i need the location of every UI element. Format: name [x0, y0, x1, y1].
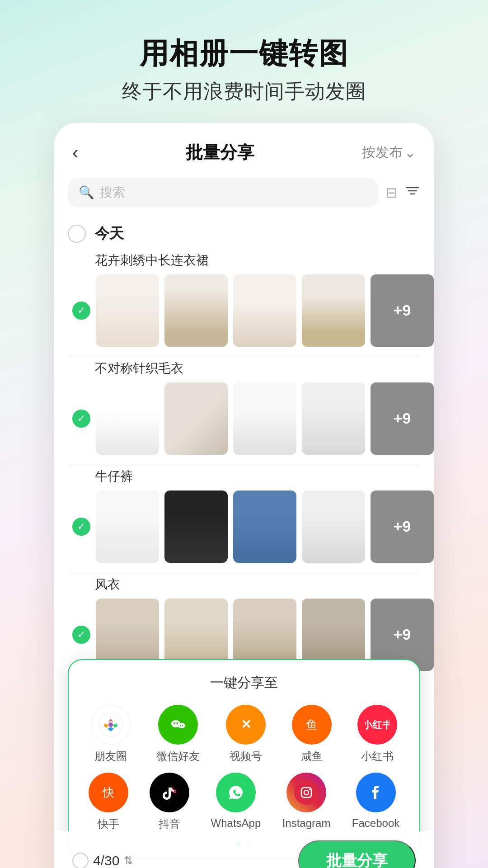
svg-point-8 — [174, 722, 175, 724]
topbar: ‹ 批量分享 按发布 ⌄ — [54, 123, 434, 173]
header-title-line1: 用相册一键转图 — [122, 36, 366, 71]
facebook-label: Facebook — [352, 817, 399, 830]
thumb — [96, 382, 159, 455]
thumb — [302, 382, 365, 455]
album-row-knit: 不对称针织毛衣 ✓ +9 — [54, 356, 434, 464]
douyin-label: 抖音 — [159, 817, 180, 831]
share-item-instagram[interactable]: Instagram — [282, 773, 331, 831]
album-row-dress: 花卉刺绣中长连衣裙 ✓ +9 — [54, 248, 434, 356]
header-title-line2: 终于不用浪费时间手动发圈 — [122, 78, 366, 105]
chevron-down-icon: ⌄ — [404, 145, 416, 160]
facebook-icon — [356, 773, 396, 812]
video-label: 视频号 — [230, 749, 262, 764]
search-row: 🔍 搜索 ⊟ — [54, 173, 434, 217]
pengyouquan-icon — [91, 705, 131, 745]
back-button[interactable]: ‹ — [72, 142, 78, 163]
svg-point-10 — [180, 725, 181, 726]
album-more-jeans[interactable]: +9 — [371, 491, 434, 563]
svg-text:快: 快 — [102, 786, 114, 799]
pengyouquan-label: 朋友圈 — [94, 749, 127, 764]
album-checkbox-dress[interactable]: ✓ — [72, 302, 90, 320]
chevron-up-down-icon: ⇅ — [124, 854, 133, 867]
today-radio[interactable] — [68, 225, 86, 243]
thumb — [233, 382, 296, 455]
instagram-icon — [286, 773, 326, 812]
svg-point-7 — [178, 723, 185, 728]
xianyu-icon: 鱼 — [292, 705, 332, 745]
thumb — [164, 491, 228, 563]
share-item-facebook[interactable]: Facebook — [352, 773, 399, 831]
page-header: 用相册一键转图 终于不用浪费时间手动发圈 — [95, 0, 393, 123]
album-more-dress[interactable]: +9 — [371, 274, 434, 347]
thumb — [233, 274, 296, 347]
filter-icon[interactable] — [405, 183, 420, 202]
share-item-whatsapp[interactable]: WhatsApp — [211, 773, 261, 831]
svg-point-25 — [309, 788, 310, 790]
xianyu-label: 咸鱼 — [301, 749, 323, 764]
wechat-label: 微信好友 — [156, 749, 200, 764]
album-more-knit[interactable]: +9 — [371, 382, 434, 455]
thumb — [302, 491, 365, 563]
svg-point-11 — [182, 725, 183, 726]
album-checkbox-coat[interactable]: ✓ — [72, 626, 90, 644]
share-popup: 一键分享至 朋友圈 — [68, 659, 420, 859]
share-icons-row-2: 快 快手 抖音 — [78, 773, 410, 831]
main-card: ‹ 批量分享 按发布 ⌄ 🔍 搜索 ⊟ 今天 花卉刺绣中长连衣裙 ✓ — [54, 123, 434, 868]
thumb — [302, 274, 365, 347]
svg-point-9 — [176, 722, 178, 724]
share-item-xiaohongshu[interactable]: 小红书 小红书 — [357, 705, 397, 764]
xiaohongshu-icon: 小红书 — [357, 705, 397, 745]
more-count: +9 — [394, 302, 411, 319]
more-count: +9 — [394, 518, 411, 535]
section-today-header: 今天 — [54, 217, 434, 248]
album-checkbox-knit[interactable]: ✓ — [72, 410, 90, 428]
whatsapp-icon — [216, 773, 256, 812]
wechat-icon — [158, 705, 198, 745]
video-icon: ✕ — [226, 705, 266, 745]
svg-point-22 — [294, 780, 319, 805]
share-item-douyin[interactable]: 抖音 — [150, 773, 189, 831]
whatsapp-label: WhatsApp — [211, 817, 261, 830]
svg-text:✕: ✕ — [240, 717, 251, 731]
thumb — [96, 274, 159, 347]
album-title-knit: 不对称针织毛衣 — [68, 360, 420, 377]
more-count: +9 — [394, 410, 411, 427]
thumb — [164, 274, 228, 347]
share-item-wechat[interactable]: 微信好友 — [156, 705, 200, 764]
layout-icon[interactable]: ⊟ — [385, 184, 398, 201]
album-title-jeans: 牛仔裤 — [68, 468, 420, 485]
thumb — [96, 491, 159, 563]
share-item-kuaishou[interactable]: 快 快手 — [89, 773, 128, 831]
thumb — [164, 382, 228, 455]
search-input[interactable]: 搜索 — [100, 184, 125, 201]
xiaohongshu-label: 小红书 — [361, 749, 394, 764]
kuaishou-icon: 快 — [89, 773, 128, 812]
search-box[interactable]: 🔍 搜索 — [68, 178, 378, 208]
thumb — [233, 491, 296, 563]
share-item-xianyu[interactable]: 鱼 咸鱼 — [292, 705, 332, 764]
search-icon: 🔍 — [79, 185, 94, 200]
douyin-icon — [150, 773, 189, 812]
topbar-title: 批量分享 — [186, 141, 254, 164]
album-row-jeans: 牛仔裤 ✓ +9 — [54, 464, 434, 572]
bottom-radio[interactable] — [72, 853, 89, 868]
share-icons-row-1: 朋友圈 微信好友 — [78, 705, 410, 764]
bottom-bar: 4/30 ⇅ 批量分享 — [54, 831, 434, 868]
count-text: 4/30 — [93, 853, 119, 868]
share-item-pengyouquan[interactable]: 朋友圈 — [91, 705, 131, 764]
kuaishou-label: 快手 — [98, 817, 119, 831]
svg-text:鱼: 鱼 — [306, 718, 318, 731]
svg-point-4 — [108, 722, 113, 727]
album-title-coat: 风衣 — [68, 576, 420, 593]
album-checkbox-jeans[interactable]: ✓ — [72, 518, 90, 536]
sort-button[interactable]: 按发布 ⌄ — [362, 143, 416, 162]
share-item-video[interactable]: ✕ 视频号 — [226, 705, 266, 764]
svg-text:小红书: 小红书 — [365, 719, 389, 731]
batch-share-button[interactable]: 批量分享 — [298, 840, 416, 868]
share-popup-title: 一键分享至 — [78, 674, 410, 692]
today-label: 今天 — [95, 224, 124, 244]
album-title-dress: 花卉刺绣中长连衣裙 — [68, 252, 420, 269]
more-count: +9 — [394, 626, 411, 643]
instagram-label: Instagram — [282, 817, 331, 830]
